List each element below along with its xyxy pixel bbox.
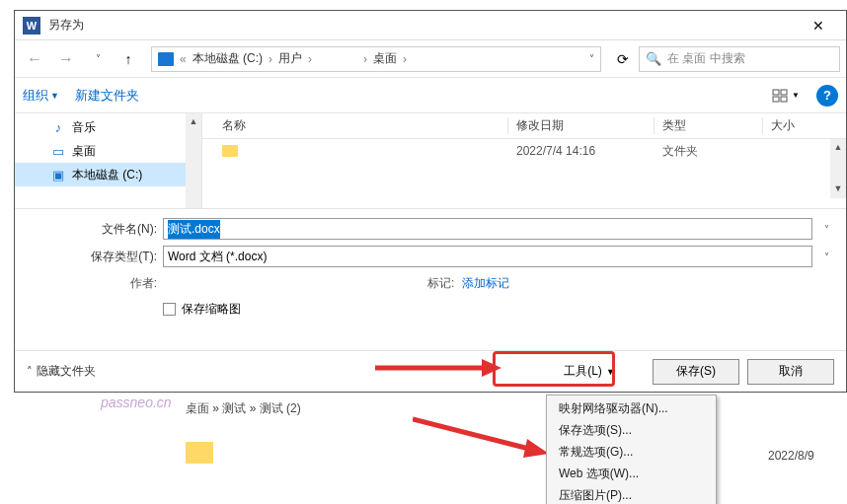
scroll-up-icon[interactable]: ▲ bbox=[830, 139, 846, 155]
svg-rect-1 bbox=[781, 90, 787, 95]
address-bar[interactable]: « 本地磁盘 (C:) › 用户 › › 桌面 › ˅ bbox=[151, 46, 601, 72]
svg-line-6 bbox=[413, 419, 529, 449]
filename-input[interactable]: 测试.docx bbox=[163, 218, 812, 240]
bg-folder-1 bbox=[186, 442, 213, 464]
author-label: 作者: bbox=[110, 275, 157, 292]
hide-folders-toggle[interactable]: ˄ 隐藏文件夹 bbox=[27, 363, 96, 380]
nav-back-icon[interactable]: ← bbox=[21, 45, 48, 73]
menu-general-options[interactable]: 常规选项(G)... bbox=[549, 441, 714, 463]
sidebar-item-label: 桌面 bbox=[72, 143, 96, 160]
drive-icon: ▣ bbox=[50, 167, 66, 182]
folder-icon bbox=[222, 145, 238, 157]
chevron-down-icon: ▼ bbox=[606, 367, 615, 377]
search-input[interactable]: 🔍 在 桌面 中搜索 bbox=[639, 46, 840, 72]
organize-button[interactable]: 组织▼ bbox=[23, 87, 59, 105]
help-button[interactable]: ? bbox=[816, 85, 838, 107]
watermark: passneo.cn bbox=[101, 395, 172, 410]
dialog-footer: ˄ 隐藏文件夹 工具(L) ▼ 保存(S) 取消 bbox=[15, 350, 846, 392]
nav-up-icon[interactable]: ↑ bbox=[116, 46, 141, 72]
tools-button[interactable]: 工具(L) ▼ bbox=[534, 359, 645, 385]
tools-dropdown-menu: 映射网络驱动器(N)... 保存选项(S)... 常规选项(G)... Web … bbox=[546, 395, 717, 504]
nav-recent-icon[interactable]: ˅ bbox=[84, 45, 112, 73]
search-placeholder: 在 桌面 中搜索 bbox=[667, 50, 745, 67]
scroll-down-icon[interactable]: ▼ bbox=[830, 180, 846, 196]
filetype-dropdown-icon[interactable]: ˅ bbox=[818, 252, 834, 262]
sidebar-item-label: 本地磁盘 (C:) bbox=[72, 167, 142, 183]
save-as-dialog: W 另存为 ✕ ← → ˅ ↑ « 本地磁盘 (C:) › 用户 › › 桌面 … bbox=[14, 10, 847, 393]
refresh-button[interactable]: ⟳ bbox=[611, 51, 635, 67]
sidebar-item-desktop[interactable]: ▭ 桌面 bbox=[15, 139, 201, 163]
chevron-up-icon: ˄ bbox=[27, 365, 33, 378]
nav-forward-icon[interactable]: → bbox=[52, 45, 80, 73]
filetype-label: 保存类型(T): bbox=[27, 249, 157, 265]
form-area: 文件名(N): 测试.docx ˅ 保存类型(T): Word 文档 (*.do… bbox=[15, 208, 846, 322]
col-type[interactable]: 类型 bbox=[654, 117, 763, 134]
chevron-down-icon: ▼ bbox=[792, 91, 800, 100]
filename-label: 文件名(N): bbox=[27, 221, 157, 238]
save-button[interactable]: 保存(S) bbox=[653, 359, 739, 385]
add-tags-link[interactable]: 添加标记 bbox=[462, 275, 509, 292]
svg-rect-0 bbox=[773, 90, 779, 95]
list-scrollbar[interactable]: ▲ ▼ bbox=[830, 139, 846, 198]
crumb-0[interactable]: 本地磁盘 (C:) bbox=[192, 50, 263, 67]
bg-breadcrumb: 桌面 » 测试 » 测试 (2) bbox=[186, 400, 301, 417]
drive-icon bbox=[158, 52, 174, 66]
titlebar: W 另存为 ✕ bbox=[15, 11, 846, 40]
list-row[interactable]: 2022/7/4 14:16 文件夹 bbox=[202, 139, 846, 163]
toolbar: 组织▼ 新建文件夹 ▼ ? bbox=[15, 78, 846, 113]
col-size[interactable]: 大小 bbox=[763, 117, 846, 134]
thumbnail-checkbox[interactable] bbox=[163, 303, 176, 316]
new-folder-button[interactable]: 新建文件夹 bbox=[75, 87, 139, 105]
music-icon: ♪ bbox=[50, 119, 66, 135]
menu-map-drive[interactable]: 映射网络驱动器(N)... bbox=[549, 397, 714, 419]
crumb-1[interactable]: 用户 bbox=[278, 50, 302, 67]
menu-save-options[interactable]: 保存选项(S)... bbox=[549, 419, 714, 441]
search-icon: 🔍 bbox=[646, 51, 661, 66]
menu-web-options[interactable]: Web 选项(W)... bbox=[549, 463, 714, 484]
file-list: 名称 修改日期 类型 大小 2022/7/4 14:16 文件夹 ▲ ▼ bbox=[202, 113, 846, 208]
svg-rect-3 bbox=[781, 97, 787, 102]
svg-rect-2 bbox=[773, 97, 779, 102]
sidebar-item-music[interactable]: ♪ 音乐 bbox=[15, 115, 201, 139]
address-dropdown-icon[interactable]: ˅ bbox=[589, 53, 594, 64]
sidebar: ♪ 音乐 ▭ 桌面 ▣ 本地磁盘 (C:) ▲ bbox=[15, 113, 202, 208]
bg-date: 2022/8/9 bbox=[768, 449, 814, 463]
tags-label: 标记: bbox=[427, 275, 454, 292]
view-mode-button[interactable]: ▼ bbox=[771, 84, 801, 108]
navigation-bar: ← → ˅ ↑ « 本地磁盘 (C:) › 用户 › › 桌面 › ˅ ⟳ 🔍 … bbox=[15, 40, 846, 78]
menu-compress-pictures[interactable]: 压缩图片(P)... bbox=[549, 484, 714, 504]
scroll-up-icon[interactable]: ▲ bbox=[186, 113, 201, 129]
word-app-icon: W bbox=[23, 17, 40, 35]
crumb-3[interactable]: 桌面 bbox=[373, 50, 397, 67]
filename-dropdown-icon[interactable]: ˅ bbox=[818, 224, 834, 235]
filetype-select[interactable]: Word 文档 (*.docx) bbox=[163, 246, 812, 267]
dialog-title: 另存为 bbox=[48, 17, 799, 34]
chevron-down-icon: ▼ bbox=[50, 91, 59, 101]
sidebar-scrollbar[interactable]: ▲ bbox=[186, 113, 201, 208]
cancel-button[interactable]: 取消 bbox=[747, 359, 834, 385]
desktop-icon: ▭ bbox=[50, 143, 66, 159]
col-name[interactable]: 名称 bbox=[202, 117, 508, 134]
annotation-arrow-2 bbox=[413, 414, 551, 464]
col-date[interactable]: 修改日期 bbox=[508, 117, 654, 134]
close-button[interactable]: ✕ bbox=[799, 12, 838, 39]
sidebar-item-local-disk[interactable]: ▣ 本地磁盘 (C:) bbox=[15, 163, 201, 186]
list-header: 名称 修改日期 类型 大小 bbox=[202, 113, 846, 139]
sidebar-item-label: 音乐 bbox=[72, 119, 96, 136]
thumbnail-label: 保存缩略图 bbox=[182, 301, 241, 318]
crumb-sep: « bbox=[180, 52, 187, 66]
